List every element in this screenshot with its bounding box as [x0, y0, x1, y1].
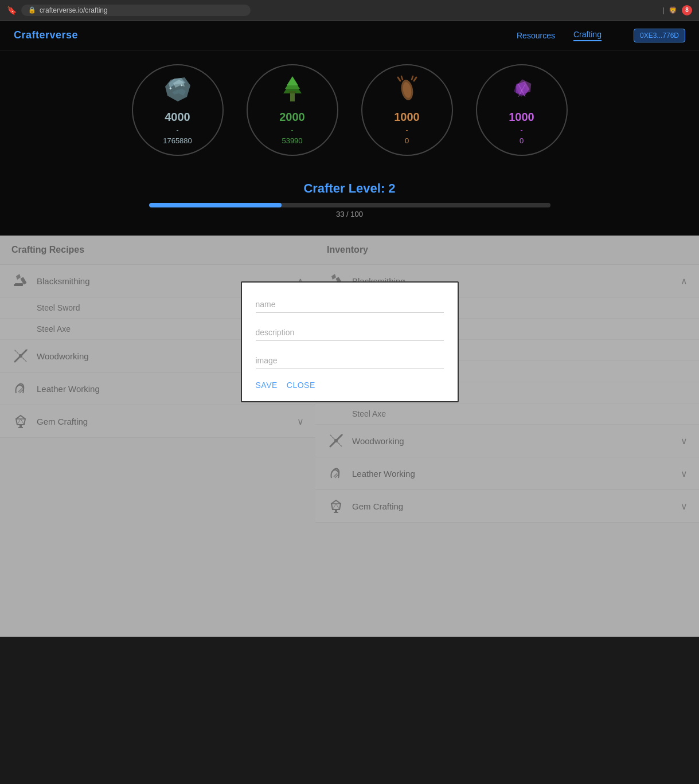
- stone-icon: ✦ ✦: [163, 75, 193, 108]
- stone-amount: 4000: [165, 111, 190, 124]
- resource-gem: 1000 - 0: [476, 64, 568, 156]
- nav-crafting[interactable]: Crafting: [573, 30, 602, 41]
- wood-total: 53990: [282, 136, 302, 145]
- progress-label: 33 / 100: [149, 210, 550, 218]
- resource-hide: 1000 - 0: [361, 64, 453, 156]
- resources-section: ✦ ✦ 4000 - 1765880 2000 - 53990: [0, 50, 699, 170]
- stone-total: 1765880: [163, 136, 192, 145]
- modal-save-button[interactable]: SAVE: [256, 381, 278, 390]
- hide-total: 0: [405, 136, 409, 145]
- url-text: crafterverse.io/crafting: [40, 6, 108, 14]
- svg-line-13: [414, 77, 416, 81]
- svg-text:✦: ✦: [180, 84, 183, 87]
- nav-resources[interactable]: Resources: [517, 31, 555, 40]
- brand-logo: Crafterverse: [14, 29, 78, 41]
- svg-text:✦: ✦: [169, 86, 173, 91]
- modal-actions: SAVE CLOSE: [256, 381, 444, 390]
- bookmark-icon: 🔖: [7, 6, 17, 15]
- modal-close-button[interactable]: CLOSE: [287, 381, 315, 390]
- hide-icon: [392, 75, 422, 108]
- nav-links: Resources Crafting 0XE3...776D: [517, 29, 685, 42]
- crafter-level-section: Crafter Level: 2 33 / 100: [0, 170, 699, 236]
- modal-name-input[interactable]: [256, 296, 444, 313]
- gem-amount: 1000: [509, 111, 534, 124]
- modal-image-input[interactable]: [256, 352, 444, 369]
- gem-total: 0: [520, 136, 524, 145]
- wood-amount: 2000: [279, 111, 305, 124]
- hide-amount: 1000: [394, 111, 420, 124]
- modal-name-field: [256, 296, 444, 313]
- modal-overlay: SAVE CLOSE: [0, 236, 699, 637]
- progress-bar-fill: [149, 203, 282, 207]
- modal-dialog: SAVE CLOSE: [241, 281, 459, 402]
- separator: |: [662, 6, 664, 14]
- progress-container: 33 / 100: [149, 203, 550, 218]
- navbar: Crafterverse Resources Crafting 0XE3...7…: [0, 21, 699, 50]
- stone-separator: -: [177, 126, 179, 134]
- crafter-level-title: Crafter Level: 2: [0, 181, 699, 196]
- brave-icon: 🦁: [669, 6, 677, 14]
- wallet-button[interactable]: 0XE3...776D: [634, 29, 685, 42]
- gem-separator: -: [521, 126, 523, 134]
- browser-icons: | 🦁 8: [662, 5, 692, 15]
- svg-line-12: [401, 76, 403, 80]
- resource-wood: 2000 - 53990: [247, 64, 338, 156]
- modal-description-field: [256, 324, 444, 341]
- hide-separator: -: [406, 126, 408, 134]
- modal-description-input[interactable]: [256, 324, 444, 341]
- resource-stone: ✦ ✦ 4000 - 1765880: [132, 64, 224, 156]
- svg-line-11: [398, 77, 400, 81]
- notification-badge: 8: [682, 5, 692, 15]
- svg-rect-9: [289, 91, 296, 93]
- svg-line-14: [412, 76, 413, 80]
- wood-separator: -: [291, 126, 294, 134]
- progress-bar-background: [149, 203, 550, 207]
- lock-icon: 🔒: [28, 6, 36, 14]
- browser-bar: 🔖 🔒 crafterverse.io/crafting | 🦁 8: [0, 0, 699, 21]
- modal-image-field: [256, 352, 444, 369]
- wood-icon: [278, 75, 307, 108]
- gem-icon: [507, 75, 537, 108]
- main-content: Crafting Recipes Blacksmithing ∧ Steel S…: [0, 236, 699, 637]
- url-bar[interactable]: 🔒 crafterverse.io/crafting: [21, 5, 251, 16]
- svg-marker-8: [287, 76, 298, 85]
